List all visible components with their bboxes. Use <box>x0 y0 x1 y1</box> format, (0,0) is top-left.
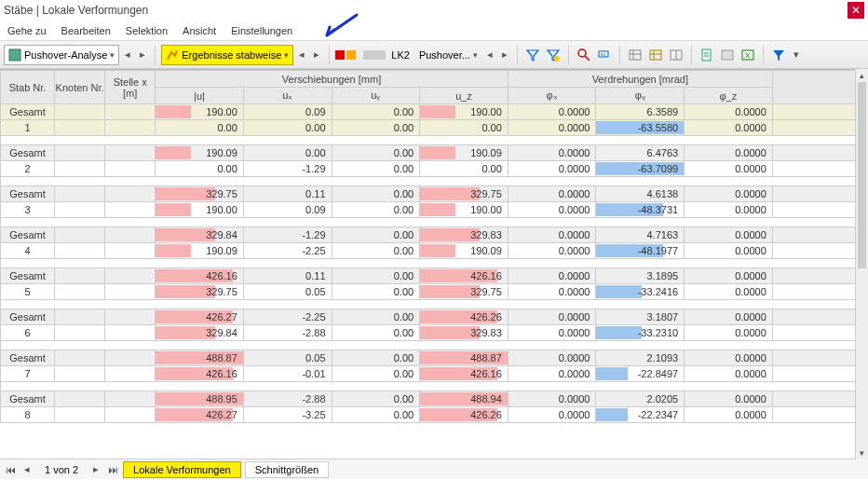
col-phiz[interactable]: φ_z <box>685 88 773 104</box>
svg-rect-5 <box>630 50 641 60</box>
table-row[interactable] <box>1 177 857 186</box>
vertical-scrollbar[interactable]: ▴ ▾ <box>855 69 868 459</box>
table-row[interactable]: 6329.84-2.880.00329.830.0000-33.23100.00… <box>1 325 857 341</box>
page-last[interactable]: ⏭ <box>106 462 119 477</box>
menu-settings[interactable]: Einstellungen <box>231 25 292 36</box>
page-first[interactable]: ⏮ <box>4 462 17 477</box>
tab-lokale-verformungen[interactable]: Lokale Verformungen <box>123 461 241 478</box>
col-u[interactable]: |u| <box>156 88 244 104</box>
col-phix[interactable]: φₓ <box>508 88 596 104</box>
table-row[interactable] <box>1 259 857 268</box>
loadcase-combo-b[interactable]: Pushover... ▾ <box>415 45 481 65</box>
analysis-type-combo[interactable]: Pushover-Analyse ▾ <box>4 45 119 65</box>
results-table: Stab Nr. Knoten Nr. Stelle x [m] Verschi… <box>0 70 857 423</box>
col-phiy[interactable]: φᵧ <box>596 88 685 104</box>
table-row[interactable] <box>1 300 857 309</box>
svg-rect-9 <box>722 50 733 60</box>
table-row[interactable]: 20.00-1.290.000.000.0000-63.70990.0000 <box>1 161 857 177</box>
tool-filter-b[interactable] <box>544 46 563 64</box>
tool-funnel[interactable] <box>769 46 788 64</box>
col-uz[interactable]: u_z <box>420 88 509 104</box>
svg-point-1 <box>554 56 560 62</box>
svg-text:xx: xx <box>601 51 606 57</box>
menu-selection[interactable]: Selektion <box>126 25 168 36</box>
table-row[interactable]: 8426.27-3.250.00426.260.0000-22.23470.00… <box>1 407 857 423</box>
tool-table-a[interactable] <box>626 46 644 64</box>
table-row[interactable]: Gesamt329.750.110.00329.750.00004.61380.… <box>1 186 857 202</box>
results-mode-combo[interactable]: Ergebnisse stabweise ▾ <box>161 45 293 65</box>
page-label: 1 von 2 <box>45 464 78 475</box>
menu-view[interactable]: Ansicht <box>183 25 216 36</box>
color-legend-red[interactable] <box>335 50 345 60</box>
table-row[interactable]: Gesamt488.870.050.00488.870.00002.10930.… <box>1 350 857 366</box>
col-knoten-nr[interactable]: Knoten Nr. <box>55 71 105 104</box>
loadcase-b-label: Pushover... <box>419 49 470 61</box>
chevron-down-icon: ▾ <box>473 50 478 60</box>
page-next[interactable]: ▸ <box>89 462 102 477</box>
table-row[interactable]: Gesamt329.84-1.290.00329.830.00004.71630… <box>1 227 857 243</box>
table-row[interactable]: Gesamt426.160.110.00426.160.00003.18950.… <box>1 268 857 284</box>
tool-export-a[interactable] <box>698 46 716 64</box>
table-row[interactable]: 4190.09-2.250.00190.090.0000-48.19770.00… <box>1 243 857 259</box>
menu-edit[interactable]: Bearbeiten <box>61 25 111 36</box>
results-icon <box>166 48 179 62</box>
table-row[interactable] <box>1 382 857 391</box>
tool-table-b[interactable] <box>646 46 665 64</box>
col-stelle-x[interactable]: Stelle x [m] <box>105 71 156 104</box>
tool-table-c[interactable] <box>667 46 685 64</box>
results-combo-label: Ergebnisse stabweise <box>182 49 281 61</box>
scroll-down[interactable]: ▾ <box>856 446 868 459</box>
next-analysis[interactable]: ▸ <box>136 46 149 64</box>
table-row[interactable]: 5329.750.050.00329.750.0000-33.24160.000… <box>1 284 857 300</box>
window-title: Stäbe | Lokale Verformungen <box>4 4 148 17</box>
table-row[interactable]: 10.000.000.000.000.0000-63.55800.0000 <box>1 120 857 136</box>
analysis-icon <box>8 48 21 62</box>
tool-funnel-more[interactable]: ▾ <box>790 46 803 64</box>
svg-rect-0 <box>9 49 20 61</box>
separator <box>517 46 518 64</box>
table-row[interactable] <box>1 341 857 350</box>
separator <box>155 46 156 64</box>
separator <box>619 46 620 64</box>
prev-result[interactable]: ◂ <box>295 46 308 64</box>
table-row[interactable]: 7426.16-0.010.00426.160.0000-22.84970.00… <box>1 366 857 382</box>
table-row[interactable] <box>1 136 857 145</box>
col-ux[interactable]: uₓ <box>243 88 332 104</box>
scroll-up[interactable]: ▴ <box>856 69 868 82</box>
table-row[interactable]: Gesamt190.090.000.00190.090.00006.47630.… <box>1 145 857 161</box>
close-button[interactable]: ✕ <box>848 2 864 19</box>
separator <box>568 46 569 64</box>
table-row[interactable]: 3190.000.090.00190.000.0000-48.37310.000… <box>1 202 857 218</box>
tool-zoom[interactable] <box>575 46 593 64</box>
tool-export-b[interactable] <box>718 46 737 64</box>
tool-filter-a[interactable] <box>523 46 542 64</box>
table-row[interactable]: Gesamt488.95-2.880.00488.940.00002.02050… <box>1 391 857 407</box>
table-row[interactable] <box>1 218 857 227</box>
col-spare <box>772 71 856 104</box>
col-uy[interactable]: uᵧ <box>332 88 420 104</box>
svg-point-2 <box>578 49 586 57</box>
scroll-thumb[interactable] <box>858 82 866 268</box>
color-legend-yellow[interactable] <box>346 50 356 60</box>
loadcase-combo-a[interactable]: LK2 <box>387 45 414 65</box>
svg-text:X: X <box>745 51 751 60</box>
page-prev[interactable]: ◂ <box>20 462 34 477</box>
annotation-arrow <box>321 13 359 41</box>
prev-analysis[interactable]: ◂ <box>121 46 134 64</box>
separator <box>329 46 330 64</box>
menu-goto[interactable]: Gehe zu <box>7 25 47 36</box>
next-loadcase[interactable]: ▸ <box>498 46 511 64</box>
tab-schnittgroessen[interactable]: Schnittgrößen <box>245 461 329 478</box>
tool-label[interactable]: xx <box>595 46 614 64</box>
col-stab-nr[interactable]: Stab Nr. <box>1 71 55 104</box>
next-result[interactable]: ▸ <box>310 46 323 64</box>
loadcase-a-label: LK2 <box>391 49 410 61</box>
col-group-verdrehungen: Verdrehungen [mrad] <box>508 71 772 88</box>
tool-export-excel[interactable]: X <box>739 46 757 64</box>
prev-loadcase[interactable]: ◂ <box>483 46 496 64</box>
svg-rect-6 <box>650 50 661 60</box>
table-row[interactable]: Gesamt426.27-2.250.00426.260.00003.18070… <box>1 309 857 325</box>
analysis-combo-label: Pushover-Analyse <box>24 49 107 61</box>
table-row[interactable]: Gesamt190.000.090.00190.000.00006.35890.… <box>1 104 857 120</box>
svg-rect-8 <box>702 49 711 61</box>
